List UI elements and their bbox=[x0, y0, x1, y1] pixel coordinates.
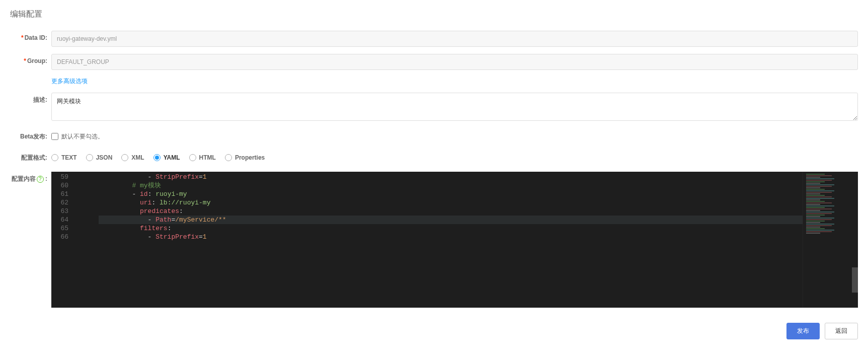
format-json[interactable]: JSON bbox=[86, 151, 113, 165]
publish-button[interactable]: 发布 bbox=[786, 323, 820, 339]
format-html[interactable]: HTML bbox=[189, 151, 216, 165]
help-icon[interactable]: ? bbox=[37, 176, 44, 183]
format-text[interactable]: TEXT bbox=[51, 151, 77, 165]
scroll-thumb[interactable] bbox=[852, 267, 858, 293]
desc-textarea[interactable]: 网关模块 bbox=[51, 93, 858, 121]
line-gutter: 5960616263646566 bbox=[51, 172, 72, 308]
data-id-input[interactable] bbox=[51, 31, 858, 47]
beta-hint: 默认不要勾选。 bbox=[61, 129, 104, 144]
format-properties[interactable]: Properties bbox=[225, 151, 265, 165]
more-options-link[interactable]: 更多高级选项 bbox=[51, 78, 88, 85]
format-label: 配置格式: bbox=[10, 151, 51, 165]
content-label: 配置内容? : bbox=[10, 172, 51, 186]
data-id-label: *Data ID: bbox=[10, 31, 51, 45]
beta-label: Beta发布: bbox=[10, 129, 51, 144]
format-xml[interactable]: XML bbox=[121, 151, 144, 165]
format-yaml[interactable]: YAML bbox=[153, 151, 180, 165]
code-editor[interactable]: 5960616263646566 - StripPrefix=1 # my模块 … bbox=[51, 172, 858, 308]
desc-label: 描述: bbox=[10, 93, 51, 107]
page-title: 编辑配置 bbox=[10, 9, 858, 20]
minimap[interactable] bbox=[803, 172, 858, 308]
group-label: *Group: bbox=[10, 54, 51, 68]
group-input[interactable] bbox=[51, 54, 858, 70]
back-button[interactable]: 返回 bbox=[825, 323, 858, 339]
format-radio-group: TEXT JSON XML YAML HTML Properties bbox=[51, 151, 858, 165]
beta-checkbox[interactable] bbox=[51, 133, 58, 140]
